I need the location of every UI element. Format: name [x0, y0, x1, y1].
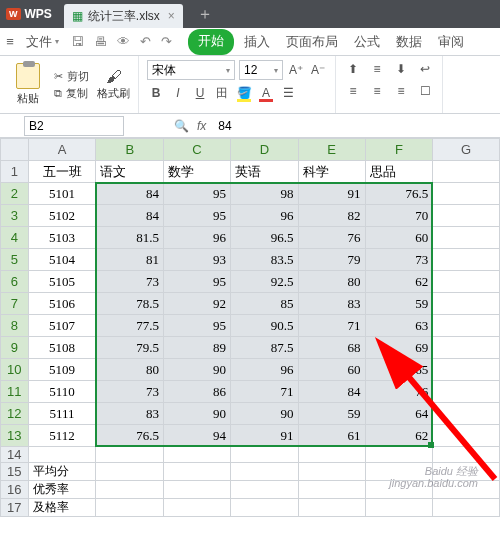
cell-F5[interactable]: 73 — [365, 249, 433, 271]
cell-E12[interactable]: 59 — [298, 403, 365, 425]
row-head-1[interactable]: 1 — [1, 161, 29, 183]
tab-review[interactable]: 审阅 — [432, 29, 470, 55]
row-head-17[interactable]: 17 — [1, 499, 29, 517]
cell-F13[interactable]: 62 — [365, 425, 433, 447]
font-size-select[interactable]: 12▾ — [239, 60, 283, 80]
cell-F14[interactable] — [365, 447, 433, 463]
cell-G11[interactable] — [433, 381, 500, 403]
row-head-9[interactable]: 9 — [1, 337, 29, 359]
cell-F4[interactable]: 60 — [365, 227, 433, 249]
cell-F9[interactable]: 69 — [365, 337, 433, 359]
hamburger-icon[interactable]: ≡ — [0, 34, 20, 49]
underline-button[interactable]: U — [191, 84, 209, 102]
cell-C1[interactable]: 数学 — [164, 161, 231, 183]
cell-D8[interactable]: 90.5 — [231, 315, 299, 337]
name-box[interactable] — [24, 116, 124, 136]
cell-B7[interactable]: 78.5 — [96, 293, 164, 315]
cell-C17[interactable] — [164, 499, 231, 517]
cell-G4[interactable] — [433, 227, 500, 249]
cell-F17[interactable] — [365, 499, 433, 517]
row-head-14[interactable]: 14 — [1, 447, 29, 463]
cell-F8[interactable]: 63 — [365, 315, 433, 337]
save-icon[interactable]: 🖫 — [71, 34, 84, 49]
align-bottom-icon[interactable]: ⬇ — [392, 60, 410, 78]
align-center-icon[interactable]: ≡ — [368, 82, 386, 100]
cell-C5[interactable]: 93 — [164, 249, 231, 271]
cell-C15[interactable] — [164, 463, 231, 481]
col-head-G[interactable]: G — [433, 139, 500, 161]
cell-E15[interactable] — [298, 463, 365, 481]
cell-G14[interactable] — [433, 447, 500, 463]
merge-button[interactable]: ☰ — [279, 84, 297, 102]
cell-A10[interactable]: 5109 — [28, 359, 96, 381]
col-head-C[interactable]: C — [164, 139, 231, 161]
col-head-F[interactable]: F — [365, 139, 433, 161]
cell-F11[interactable]: 76 — [365, 381, 433, 403]
increase-font-icon[interactable] — [287, 61, 305, 79]
cell-G1[interactable] — [433, 161, 500, 183]
align-top-icon[interactable]: ⬆ — [344, 60, 362, 78]
cell-B11[interactable]: 73 — [96, 381, 164, 403]
cell-B12[interactable]: 83 — [96, 403, 164, 425]
cell-C16[interactable] — [164, 481, 231, 499]
cell-A6[interactable]: 5105 — [28, 271, 96, 293]
row-head-16[interactable]: 16 — [1, 481, 29, 499]
cell-G10[interactable] — [433, 359, 500, 381]
add-tab-button[interactable]: ＋ — [197, 4, 213, 25]
redo-icon[interactable]: ↷ — [161, 34, 172, 49]
row-head-8[interactable]: 8 — [1, 315, 29, 337]
cell-F10[interactable]: 65 — [365, 359, 433, 381]
cell-C4[interactable]: 96 — [164, 227, 231, 249]
row-head-11[interactable]: 11 — [1, 381, 29, 403]
col-head-D[interactable]: D — [231, 139, 299, 161]
col-head-A[interactable]: A — [28, 139, 96, 161]
col-head-B[interactable]: B — [96, 139, 164, 161]
row-head-7[interactable]: 7 — [1, 293, 29, 315]
cell-A15[interactable]: 平均分 — [28, 463, 96, 481]
cell-C2[interactable]: 95 — [164, 183, 231, 205]
cell-A17[interactable]: 及格率 — [28, 499, 96, 517]
font-name-select[interactable]: 宋体▾ — [147, 60, 235, 80]
cell-F2[interactable]: 76.5 — [365, 183, 433, 205]
bold-button[interactable]: B — [147, 84, 165, 102]
cell-D13[interactable]: 91 — [231, 425, 299, 447]
row-head-12[interactable]: 12 — [1, 403, 29, 425]
row-head-2[interactable]: 2 — [1, 183, 29, 205]
cell-E14[interactable] — [298, 447, 365, 463]
row-head-6[interactable]: 6 — [1, 271, 29, 293]
align-left-icon[interactable]: ≡ — [344, 82, 362, 100]
tab-formula[interactable]: 公式 — [348, 29, 386, 55]
cell-D9[interactable]: 87.5 — [231, 337, 299, 359]
cell-F3[interactable]: 70 — [365, 205, 433, 227]
cell-D7[interactable]: 85 — [231, 293, 299, 315]
cell-E3[interactable]: 82 — [298, 205, 365, 227]
cell-A9[interactable]: 5108 — [28, 337, 96, 359]
cell-B10[interactable]: 80 — [96, 359, 164, 381]
cell-C9[interactable]: 89 — [164, 337, 231, 359]
cell-B15[interactable] — [96, 463, 164, 481]
cell-A7[interactable]: 5106 — [28, 293, 96, 315]
cell-D3[interactable]: 96 — [231, 205, 299, 227]
cell-F12[interactable]: 64 — [365, 403, 433, 425]
cell-D1[interactable]: 英语 — [231, 161, 299, 183]
tab-start[interactable]: 开始 — [188, 29, 234, 55]
cell-E5[interactable]: 79 — [298, 249, 365, 271]
cell-E10[interactable]: 60 — [298, 359, 365, 381]
row-head-4[interactable]: 4 — [1, 227, 29, 249]
close-icon[interactable]: × — [168, 9, 175, 23]
cell-A5[interactable]: 5104 — [28, 249, 96, 271]
cell-E7[interactable]: 83 — [298, 293, 365, 315]
tab-insert[interactable]: 插入 — [238, 29, 276, 55]
formula-input[interactable] — [214, 119, 334, 133]
cell-B14[interactable] — [96, 447, 164, 463]
cell-E11[interactable]: 84 — [298, 381, 365, 403]
cell-G12[interactable] — [433, 403, 500, 425]
cell-A8[interactable]: 5107 — [28, 315, 96, 337]
cell-A13[interactable]: 5112 — [28, 425, 96, 447]
format-painter-button[interactable]: 🖌 格式刷 — [97, 68, 130, 101]
col-head-E[interactable]: E — [298, 139, 365, 161]
row-head-13[interactable]: 13 — [1, 425, 29, 447]
cell-G5[interactable] — [433, 249, 500, 271]
border-button[interactable]: 田 — [213, 84, 231, 102]
cell-D11[interactable]: 71 — [231, 381, 299, 403]
